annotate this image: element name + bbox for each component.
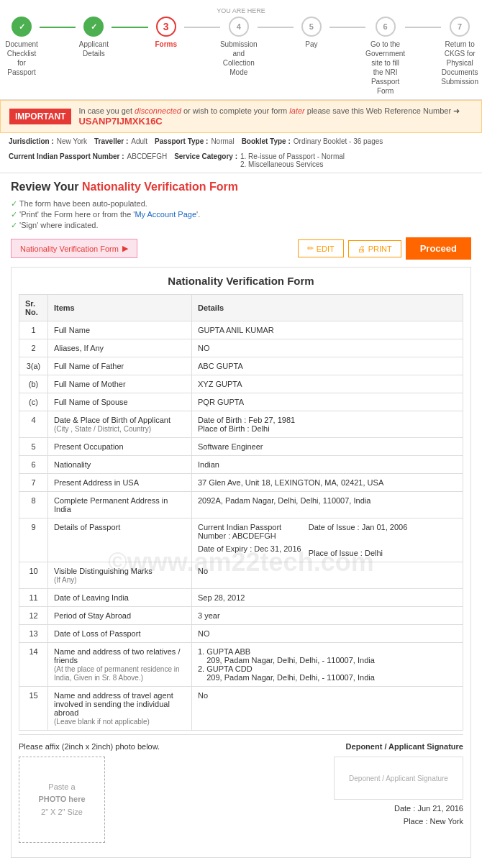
info-bar: Jurisdiction : New York Traveller : Adul… <box>0 133 482 173</box>
important-text: In case you get disconnected or wish to … <box>78 106 473 127</box>
cell-item: Details of Passport <box>48 518 192 562</box>
sig-place-value: New York <box>430 817 463 826</box>
step-label-2: Applicant Details <box>76 40 112 58</box>
cell-detail: 3 year <box>192 607 463 625</box>
cell-detail: GUPTA ANIL KUMAR <box>192 321 463 339</box>
cell-detail: No <box>192 687 463 731</box>
cell-item: Visible Distinguishing Marks(If Any) <box>48 562 192 589</box>
table-header-row: Sr.No. Items Details <box>19 295 463 321</box>
cell-sr: (b) <box>19 375 48 393</box>
jurisdiction-info: Jurisdiction : New York <box>9 137 87 145</box>
passport-type-value: Normal <box>211 137 234 145</box>
step-5[interactable]: 5Pay <box>294 17 329 49</box>
print-icon: 🖨 <box>358 245 365 253</box>
traveller-info: Traveller : Adult <box>94 137 147 145</box>
cell-sr: 6 <box>19 456 48 474</box>
step-label-5: Pay <box>305 40 317 49</box>
passport-number-info: Current Indian Passport Number : ABCDEFG… <box>9 152 167 168</box>
table-row: 7Present Address in USA37 Glen Ave, Unit… <box>19 474 463 492</box>
cell-sr: 8 <box>19 492 48 518</box>
checklist-item-1: The form have been auto-populated. <box>11 199 471 209</box>
cell-sr: 7 <box>19 474 48 492</box>
top-proceed-button[interactable]: Proceed <box>406 237 471 260</box>
form-tab[interactable]: Nationality Verification Form ▶ <box>11 239 137 258</box>
booklet-label: Booklet Type : <box>242 137 291 145</box>
jurisdiction-label: Jurisdiction : <box>9 137 54 145</box>
step-6[interactable]: 6Go to the Government site to fill the N… <box>365 17 405 96</box>
form-section-header: Nationality Verification Form ▶ ✏ EDIT 🖨… <box>11 237 471 260</box>
service-value2: 2. Miscellaneous Services <box>240 160 324 168</box>
my-account-link[interactable]: My Account Page <box>135 210 196 219</box>
nvf-wrapper: ©www.am22tech.com Nationality Verificati… <box>11 267 471 858</box>
cell-item: Aliases, If Any <box>48 339 192 357</box>
important-banner: IMPORTANT In case you get disconnected o… <box>0 100 482 133</box>
table-row: (b)Full Name of MotherXYZ GUPTA <box>19 375 463 393</box>
size-text: 2" X 2" Size <box>41 806 83 819</box>
cell-sr: 10 <box>19 562 48 589</box>
cell-detail: NO <box>192 339 463 357</box>
table-row: 10Visible Distinguishing Marks(If Any)No <box>19 562 463 589</box>
table-row: 15Name and address of travel agent invol… <box>19 687 463 731</box>
passport-number-value: ABCDEFGH <box>127 152 168 168</box>
table-row: 11Date of Leaving IndiaSep 28, 2012 <box>19 589 463 607</box>
sig-place: Place : New York <box>241 817 463 826</box>
progress-steps: ✓Document Checklist for Passport✓Applica… <box>4 17 478 96</box>
table-row: 2Aliases, If AnyNO <box>19 339 463 357</box>
cell-sr: 2 <box>19 339 48 357</box>
cell-sr: 5 <box>19 438 48 456</box>
col-header-sr: Sr.No. <box>19 295 48 321</box>
step-2[interactable]: ✓Applicant Details <box>76 17 112 58</box>
service-info: Service Category : 1. Re-issue of Passpo… <box>174 152 345 168</box>
you-are-here-label: YOU ARE HERE <box>4 7 478 14</box>
col-header-items: Items <box>48 295 192 321</box>
step-4[interactable]: 4Submission and Collection Mode <box>220 17 258 77</box>
step-1[interactable]: ✓Document Checklist for Passport <box>4 17 40 77</box>
table-row: 14Name and address of two relatives / fr… <box>19 643 463 687</box>
booklet-value: Ordinary Booklet - 36 pages <box>294 137 383 145</box>
step-label-4: Submission and Collection Mode <box>220 40 258 77</box>
cell-item: Present Address in USA <box>48 474 192 492</box>
form-tab-label: Nationality Verification Form <box>20 245 119 253</box>
table-row: 4Date & Place of Birth of Applicant(City… <box>19 411 463 438</box>
top-action-buttons: ✏ EDIT 🖨 PRINT Proceed <box>298 237 471 260</box>
progress-bar: YOU ARE HERE ✓Document Checklist for Pas… <box>0 0 482 100</box>
bottom-action-buttons: ✏ EDIT 🖨 PRINT Proceed <box>11 858 471 868</box>
sig-label: Deponent / Applicant Signature <box>241 742 463 751</box>
step-label-7: Return to CKGS for Physical Documents Su… <box>441 40 478 86</box>
table-row: 8Complete Permanent Address in India2092… <box>19 492 463 518</box>
cell-detail: Indian <box>192 456 463 474</box>
cell-sr: 9 <box>19 518 48 562</box>
cell-sr: 3(a) <box>19 357 48 375</box>
photo-sig-section: Please affix (2inch x 2inch) photo below… <box>19 734 463 850</box>
step-7[interactable]: 7Return to CKGS for Physical Documents S… <box>441 17 478 86</box>
cell-detail: No <box>192 562 463 589</box>
passport-type-info: Passport Type : Normal <box>155 137 235 145</box>
passport-number-label: Current Indian Passport Number : <box>9 152 124 168</box>
passport-type-label: Passport Type : <box>155 137 208 145</box>
service-label: Service Category : <box>174 152 237 168</box>
top-print-button[interactable]: 🖨 PRINT <box>348 240 401 257</box>
cell-detail: Current Indian Passport Number : ABCDEFG… <box>192 518 463 562</box>
step-3[interactable]: 3Forms <box>148 17 184 49</box>
cell-detail: 2092A, Padam Nagar, Delhi, Delhi, 110007… <box>192 492 463 518</box>
traveller-value: Adult <box>131 137 147 145</box>
cell-detail: Date of Birth : Feb 27, 1981Place of Bir… <box>192 411 463 438</box>
cell-detail: Software Engineer <box>192 438 463 456</box>
cell-item: Full Name of Mother <box>48 375 192 393</box>
table-row: 13Date of Loss of PassportNO <box>19 625 463 643</box>
nvf-table: Sr.No. Items Details 1Full NameGUPTA ANI… <box>19 294 463 731</box>
traveller-label: Traveller : <box>94 137 128 145</box>
checklist-item-3: 'Sign' where indicated. <box>11 221 471 230</box>
cell-sr: 13 <box>19 625 48 643</box>
step-label-6: Go to the Government site to fill the NR… <box>365 40 405 96</box>
top-edit-button[interactable]: ✏ EDIT <box>298 239 344 257</box>
photo-text: PHOTO here <box>38 793 85 806</box>
cell-item: Nationality <box>48 456 192 474</box>
cell-item: Date & Place of Birth of Applicant(City … <box>48 411 192 438</box>
sig-date-value: Jun 21, 2016 <box>417 804 463 813</box>
table-row: (c)Full Name of SpousePQR GUPTA <box>19 393 463 411</box>
cell-sr: 4 <box>19 411 48 438</box>
service-value1: 1. Re-issue of Passport - Normal <box>240 152 345 160</box>
cell-sr: 11 <box>19 589 48 607</box>
table-row: 1Full NameGUPTA ANIL KUMAR <box>19 321 463 339</box>
